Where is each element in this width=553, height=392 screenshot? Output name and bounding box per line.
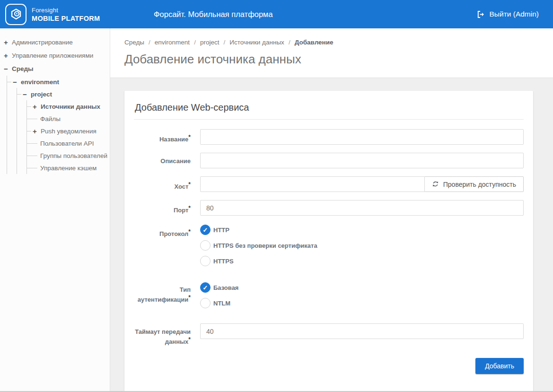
tree-connector xyxy=(17,94,21,95)
protocol-option-https-no-cert[interactable]: HTTPS без проверки сертификата xyxy=(200,240,524,251)
expand-icon[interactable]: + xyxy=(33,103,41,111)
protocol-option-http[interactable]: ✓ HTTP xyxy=(200,225,524,235)
sidebar-item-user-groups[interactable]: Группы пользователей xyxy=(27,149,110,162)
name-label: Название* xyxy=(134,129,200,145)
add-webservice-form: Название* Описание Хост* xyxy=(134,129,524,374)
breadcrumb-environment[interactable]: environment xyxy=(155,39,190,46)
collapse-icon[interactable]: − xyxy=(13,78,21,86)
sidebar-item-cache-management[interactable]: Управление кэшем xyxy=(27,162,110,174)
required-mark: * xyxy=(188,181,191,188)
sidebar-item-environments[interactable]: − Среды xyxy=(0,62,110,75)
logout-button[interactable]: Выйти (Admin) xyxy=(477,10,553,18)
sidebar-navigation: + Администрирование + Управление приложе… xyxy=(0,28,110,392)
add-button[interactable]: Добавить xyxy=(475,358,524,374)
timeout-field-row: Таймаут передачи данных* xyxy=(134,323,524,346)
sidebar-item-label: environment xyxy=(21,78,59,86)
auth-radio-group: ✓ Базовая NTLM xyxy=(200,281,524,314)
breadcrumb-environments[interactable]: Среды xyxy=(124,39,144,46)
auth-option-basic[interactable]: ✓ Базовая xyxy=(200,282,524,293)
tree-connector xyxy=(27,143,37,144)
tree-connector xyxy=(27,156,37,156)
logout-icon xyxy=(477,10,485,18)
description-input[interactable] xyxy=(200,153,524,168)
breadcrumb-separator: / xyxy=(149,39,150,46)
sidebar-item-project[interactable]: − project xyxy=(17,88,110,100)
refresh-icon xyxy=(432,181,439,188)
check-icon: ✓ xyxy=(203,284,208,291)
timeout-input[interactable] xyxy=(200,323,524,339)
tree-connector xyxy=(27,168,37,168)
check-availability-button[interactable]: Проверить доступность xyxy=(425,176,524,192)
radio-unselected-icon xyxy=(200,298,211,308)
collapse-icon[interactable]: − xyxy=(23,90,31,98)
expand-icon[interactable]: + xyxy=(4,38,12,46)
sidebar-item-label: Управление кэшем xyxy=(40,165,97,172)
page-title: Добавление источника данных xyxy=(124,52,539,67)
breadcrumb-separator: / xyxy=(194,39,196,46)
breadcrumb-separator: / xyxy=(289,39,290,46)
radio-unselected-icon xyxy=(200,256,211,266)
logo-line2: MOBILE PLATFORM xyxy=(32,15,100,22)
sidebar-item-push-notifications[interactable]: + Push уведомления xyxy=(27,125,110,137)
auth-type-label: Тип аутентификации* xyxy=(134,281,200,314)
check-availability-label: Проверить доступность xyxy=(443,181,516,188)
add-webservice-card: Добавление Web-сервиса Название* Описани… xyxy=(124,91,533,392)
sidebar-item-label: Администрирование xyxy=(12,39,73,46)
host-label: Хост* xyxy=(134,176,200,192)
logo-text: Foresight MOBILE PLATFORM xyxy=(32,7,100,22)
breadcrumb-separator: / xyxy=(223,39,225,46)
tree-connector xyxy=(27,119,37,119)
foresight-logo-icon xyxy=(5,4,26,25)
sidebar-item-label: Источники данных xyxy=(41,103,100,110)
auth-option-ntlm[interactable]: NTLM xyxy=(200,298,524,308)
port-input[interactable] xyxy=(200,200,524,216)
sidebar-item-label: Группы пользователей xyxy=(40,152,107,159)
description-field-row: Описание xyxy=(134,153,524,168)
timeout-label: Таймаут передачи данных* xyxy=(134,323,200,346)
port-field-row: Порт* xyxy=(134,200,524,216)
app-logo[interactable]: Foresight MOBILE PLATFORM xyxy=(0,4,100,25)
sidebar-item-label: project xyxy=(31,91,52,98)
content-area: Добавление Web-сервиса Название* Описани… xyxy=(110,78,553,392)
check-icon: ✓ xyxy=(203,226,208,234)
description-label: Описание xyxy=(134,153,200,168)
breadcrumb: Среды / environment / project / Источник… xyxy=(124,39,539,46)
auth-type-field-row: Тип аутентификации* ✓ Базовая NTLM xyxy=(134,281,524,314)
sidebar-item-files[interactable]: Файлы xyxy=(27,113,110,125)
required-mark: * xyxy=(188,134,191,140)
sidebar-item-api-users[interactable]: Пользователи API xyxy=(27,137,110,149)
radio-unselected-icon xyxy=(200,240,211,251)
sidebar-item-label: Push уведомления xyxy=(41,128,97,135)
sidebar-item-label: Среды xyxy=(12,65,34,72)
app-header: Foresight MOBILE PLATFORM Форсайт. Мобил… xyxy=(0,0,553,28)
collapse-icon[interactable]: − xyxy=(4,65,12,73)
radio-selected-icon: ✓ xyxy=(200,225,211,235)
host-input[interactable] xyxy=(200,176,425,192)
breadcrumb-data-sources[interactable]: Источники данных xyxy=(229,39,284,46)
expand-icon[interactable]: + xyxy=(33,127,41,135)
name-input[interactable] xyxy=(200,129,524,145)
sidebar-item-administration[interactable]: + Администрирование xyxy=(0,36,110,48)
host-field-row: Хост* xyxy=(134,176,524,192)
required-mark: * xyxy=(188,336,191,343)
required-mark: * xyxy=(188,205,191,211)
card-title: Добавление Web-сервиса xyxy=(134,100,524,120)
tree-connector xyxy=(7,82,11,82)
radio-selected-icon: ✓ xyxy=(200,282,211,293)
protocol-field-row: Протокол* ✓ HTTP HTTPS без проверки серт… xyxy=(134,224,524,271)
breadcrumb-current: Добавление xyxy=(295,39,334,46)
protocol-option-https[interactable]: HTTPS xyxy=(200,256,524,266)
tree-connector xyxy=(27,131,31,131)
required-mark: * xyxy=(188,294,191,301)
expand-icon[interactable]: + xyxy=(4,52,12,60)
sidebar-item-app-management[interactable]: + Управление приложениями xyxy=(0,49,110,61)
sidebar-item-label: Файлы xyxy=(40,115,61,122)
tree-connector xyxy=(27,106,31,107)
breadcrumb-project[interactable]: project xyxy=(200,39,219,46)
sidebar-item-label: Управление приложениями xyxy=(12,52,93,59)
protocol-label: Протокол* xyxy=(134,224,200,271)
sidebar-item-environment[interactable]: − environment xyxy=(7,76,110,88)
sidebar-item-label: Пользователи API xyxy=(40,140,94,147)
sidebar-item-data-sources[interactable]: + Источники данных xyxy=(27,100,110,113)
app-title: Форсайт. Мобильная платформа xyxy=(154,10,273,19)
